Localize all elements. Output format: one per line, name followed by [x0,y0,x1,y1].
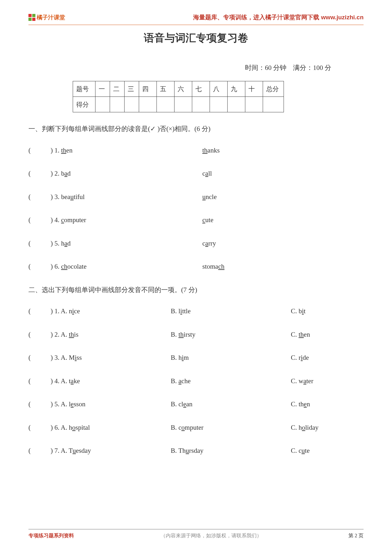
word-right: thanks [202,146,364,156]
table-header-cell: 三 [125,81,139,97]
option-c: C. then [291,330,364,340]
answer-bracket: ( [28,262,51,272]
word-left: ) 3. beautiful [51,192,202,202]
table-header-cell: 八 [210,81,228,97]
answer-bracket: ( [28,330,51,340]
option-a: ) 4. A. take [51,376,171,386]
answer-bracket: ( [28,306,51,316]
table-score-cell [125,97,139,112]
word-right: cute [202,215,364,225]
section2-item: ( ) 4. A. takeB. acheC. water [28,376,364,386]
logo-icon [28,14,35,21]
table-score-cell [175,97,192,112]
page-title: 语音与词汇专项复习卷 [0,31,392,45]
option-b: B. Thursday [171,446,291,456]
header-divider [28,25,364,25]
word-right: carry [202,239,364,249]
answer-bracket: ( [28,446,51,456]
word-left: ) 1. then [51,146,202,156]
section1-item: ( ) 2. badcall [28,169,364,179]
answer-bracket: ( [28,376,51,386]
footer-left: 专项练习题系列资料 [28,533,74,539]
table-score-cell [192,97,210,112]
table-header-cell: 一 [95,81,110,97]
option-a: ) 2. A. this [51,330,171,340]
option-a: ) 5. A. lesson [51,399,171,409]
option-b: B. computer [171,423,291,433]
word-left: ) 5. had [51,239,202,249]
section1-item: ( ) 6. chocolatestomach [28,262,364,272]
option-c: C. cute [291,446,364,456]
table-score-cell [95,97,110,112]
option-b: B. clean [171,399,291,409]
table-score-cell: 得分 [73,97,95,112]
section1-item: ( ) 3. beautifuluncle [28,192,364,202]
table-score-cell [245,97,263,112]
score-table: 题号一二三四五六七八九十总分 得分 [73,81,284,112]
table-score-cell [263,97,284,112]
table-header-cell: 十 [245,81,263,97]
section2-item: ( ) 6. A. hospitalB. computerC. holiday [28,423,364,433]
table-header-cell: 七 [192,81,210,97]
section-2-title: 二、选出下列每组单词中画线部分发音不同的一项。(7 分) [28,285,364,295]
answer-bracket: ( [28,353,51,363]
table-score-cell [228,97,245,112]
option-c: C. holiday [291,423,364,433]
footer-page-number: 第 2 页 [348,533,364,539]
footer-divider [28,529,364,529]
word-right: call [202,169,364,179]
answer-bracket: ( [28,239,51,249]
word-left: ) 4. computer [51,215,202,225]
answer-bracket: ( [28,146,51,156]
word-left: ) 2. bad [51,169,202,179]
option-b: B. thirsty [171,330,291,340]
table-header-cell: 总分 [263,81,284,97]
answer-bracket: ( [28,215,51,225]
section2-item: ( ) 7. A. TuesdayB. ThursdayC. cute [28,446,364,456]
time-fullscore: 时间：60 分钟 满分：100 分 [245,63,331,72]
answer-bracket: ( [28,192,51,202]
table-header-cell: 九 [228,81,245,97]
page-header: 橘子汁课堂 海量题库、专项训练，进入橘子汁课堂官网下载 www.juzizhi.… [28,13,364,22]
table-header-cell: 五 [157,81,175,97]
table-header-cell: 六 [175,81,192,97]
table-score-cell [139,97,157,112]
option-c: C. ride [291,353,364,363]
logo-text: 橘子汁课堂 [37,14,65,21]
table-header-cell: 二 [110,81,125,97]
section1-item: ( ) 1. thenthanks [28,146,364,156]
section1-item: ( ) 5. hadcarry [28,239,364,249]
option-c: C. then [291,399,364,409]
option-a: ) 7. A. Tuesday [51,446,171,456]
logo: 橘子汁课堂 [28,14,65,21]
section2-item: ( ) 5. A. lessonB. cleanC. then [28,399,364,409]
option-b: B. him [171,353,291,363]
option-a: ) 6. A. hospital [51,423,171,433]
option-b: B. little [171,306,291,316]
option-c: C. water [291,376,364,386]
page-footer: 专项练习题系列资料 （内容来源于网络，如涉版权，请联系我们） 第 2 页 [28,529,364,539]
answer-bracket: ( [28,423,51,433]
content-area: 一、判断下列每组单词画线部分的读音是(✓ )否(×)相同。(6 分) ( ) 1… [28,124,364,469]
word-right: stomach [202,262,364,272]
footer-mid: （内容来源于网络，如涉版权，请联系我们） [161,533,262,539]
word-right: uncle [202,192,364,202]
header-link-text: 海量题库、专项训练，进入橘子汁课堂官网下载 www.juzizhi.cn [193,13,364,22]
table-header-cell: 题号 [73,81,95,97]
section2-item: ( ) 3. A. MissB. himC. ride [28,353,364,363]
option-a: ) 3. A. Miss [51,353,171,363]
option-b: B. ache [171,376,291,386]
answer-bracket: ( [28,399,51,409]
section2-item: ( ) 1. A. niceB. littleC. bit [28,306,364,316]
section2-item: ( ) 2. A. thisB. thirstyC. then [28,330,364,340]
section-1-title: 一、判断下列每组单词画线部分的读音是(✓ )否(×)相同。(6 分) [28,124,364,134]
option-c: C. bit [291,306,364,316]
table-header-cell: 四 [139,81,157,97]
word-left: ) 6. chocolate [51,262,202,272]
option-a: ) 1. A. nice [51,306,171,316]
answer-bracket: ( [28,169,51,179]
table-score-cell [210,97,228,112]
table-score-cell [157,97,175,112]
table-score-cell [110,97,125,112]
section1-item: ( ) 4. computercute [28,215,364,225]
